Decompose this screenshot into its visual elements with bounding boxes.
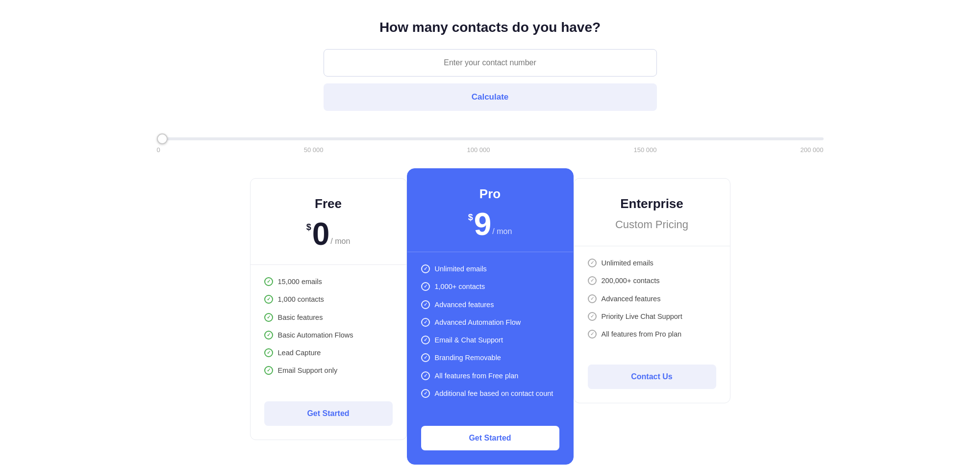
slider-label-100k: 100 000	[467, 146, 490, 154]
slider-track[interactable]	[157, 137, 824, 140]
pro-features-list: Unlimited emails 1,000+ contacts Advance…	[407, 252, 573, 418]
feature-text: Lead Capture	[278, 348, 321, 358]
list-item: All features from Pro plan	[588, 329, 716, 339]
slider-label-50k: 50 000	[304, 146, 324, 154]
free-features-list: 15,000 emails 1,000 contacts Basic featu…	[251, 265, 406, 395]
feature-text: Email Support only	[278, 366, 338, 375]
free-card-footer: Get Started	[251, 395, 406, 440]
check-icon	[264, 277, 273, 286]
check-icon	[421, 300, 430, 309]
slider-thumb[interactable]	[157, 133, 168, 144]
pro-plan-name: Pro	[422, 186, 558, 202]
check-icon	[264, 366, 273, 375]
pro-price-amount: 9	[474, 209, 492, 240]
check-icon	[264, 348, 273, 357]
list-item: Basic features	[264, 313, 393, 322]
check-icon	[588, 330, 597, 339]
free-plan-name: Free	[265, 196, 392, 211]
enterprise-card-header: Enterprise Custom Pricing	[574, 179, 730, 246]
slider-label-150k: 150 000	[634, 146, 657, 154]
enterprise-contact-us-button[interactable]: Contact Us	[588, 365, 716, 389]
page-title: How many contacts do you have?	[379, 20, 601, 35]
list-item: 15,000 emails	[264, 277, 393, 287]
enterprise-card-footer: Contact Us	[574, 359, 730, 403]
list-item: Email Support only	[264, 366, 393, 375]
check-icon	[421, 371, 430, 380]
slider-labels: 0 50 000 100 000 150 000 200 000	[157, 146, 824, 154]
feature-text: Advanced features	[435, 300, 494, 310]
feature-text: Basic Automation Flows	[278, 330, 353, 340]
feature-text: Email & Chat Support	[435, 335, 503, 345]
list-item: Advanced features	[421, 300, 559, 310]
check-icon	[588, 294, 597, 303]
list-item: Advanced features	[588, 294, 716, 304]
list-item: Lead Capture	[264, 348, 393, 358]
feature-text: Priority Live Chat Support	[602, 312, 682, 321]
check-icon	[421, 336, 430, 344]
pro-plan-price: $ 9 / mon	[422, 209, 558, 240]
list-item: Priority Live Chat Support	[588, 312, 716, 321]
check-icon	[588, 276, 597, 285]
enterprise-price-label: Custom Pricing	[589, 218, 715, 231]
feature-text: Unlimited emails	[602, 258, 653, 268]
free-plan-price: $ 0 / mon	[265, 218, 392, 250]
feature-text: 1,000+ contacts	[435, 282, 485, 291]
check-icon	[421, 318, 430, 327]
list-item: All features from Free plan	[421, 371, 559, 381]
list-item: Additional fee based on contact count	[421, 389, 559, 398]
pro-price-symbol: $	[468, 212, 473, 223]
list-item: Advanced Automation Flow	[421, 317, 559, 327]
slider-label-0: 0	[157, 146, 160, 154]
calculate-button-wrapper: Calculate	[324, 83, 657, 131]
feature-text: Advanced Automation Flow	[435, 317, 521, 327]
pricing-cards: Free $ 0 / mon 15,000 emails 1,000 conta…	[221, 178, 760, 465]
feature-text: Basic features	[278, 313, 323, 322]
calculate-button[interactable]: Calculate	[324, 83, 657, 111]
free-price-period: / mon	[330, 237, 350, 246]
enterprise-plan-card: Enterprise Custom Pricing Unlimited emai…	[574, 178, 730, 403]
list-item: 1,000 contacts	[264, 294, 393, 304]
slider-section: 0 50 000 100 000 150 000 200 000	[147, 137, 833, 154]
pro-plan-card: Pro $ 9 / mon Unlimited emails 1,000+ co…	[407, 168, 574, 465]
free-price-amount: 0	[312, 218, 330, 250]
enterprise-features-list: Unlimited emails 200,000+ contacts Advan…	[574, 246, 730, 359]
enterprise-plan-name: Enterprise	[589, 196, 715, 211]
free-card-header: Free $ 0 / mon	[251, 179, 406, 265]
pro-price-period: / mon	[492, 227, 512, 236]
feature-text: 1,000 contacts	[278, 294, 324, 304]
feature-text: 15,000 emails	[278, 277, 322, 287]
free-get-started-button[interactable]: Get Started	[264, 401, 393, 426]
contact-input-wrapper	[324, 49, 657, 77]
check-icon	[421, 389, 430, 398]
check-icon	[421, 264, 430, 273]
free-price-symbol: $	[306, 222, 311, 233]
feature-text: Unlimited emails	[435, 264, 487, 274]
list-item: Email & Chat Support	[421, 335, 559, 345]
feature-text: Branding Removable	[435, 353, 501, 363]
slider-label-200k: 200 000	[801, 146, 824, 154]
pro-card-header: Pro $ 9 / mon	[407, 169, 573, 252]
contact-number-input[interactable]	[324, 49, 657, 77]
check-icon	[264, 313, 273, 322]
list-item: Unlimited emails	[421, 264, 559, 274]
check-icon	[264, 331, 273, 339]
check-icon	[588, 259, 597, 267]
check-icon	[421, 353, 430, 362]
feature-text: Advanced features	[602, 294, 661, 304]
list-item: Branding Removable	[421, 353, 559, 363]
feature-text: 200,000+ contacts	[602, 276, 660, 286]
pro-get-started-button[interactable]: Get Started	[421, 426, 559, 450]
check-icon	[588, 312, 597, 321]
list-item: Basic Automation Flows	[264, 330, 393, 340]
feature-text: All features from Pro plan	[602, 329, 682, 339]
list-item: 200,000+ contacts	[588, 276, 716, 286]
feature-text: All features from Free plan	[435, 371, 519, 381]
pro-card-footer: Get Started	[407, 418, 573, 464]
check-icon	[264, 295, 273, 304]
check-icon	[421, 282, 430, 291]
free-plan-card: Free $ 0 / mon 15,000 emails 1,000 conta…	[250, 178, 407, 440]
list-item: Unlimited emails	[588, 258, 716, 268]
list-item: 1,000+ contacts	[421, 282, 559, 291]
feature-text: Additional fee based on contact count	[435, 389, 553, 398]
